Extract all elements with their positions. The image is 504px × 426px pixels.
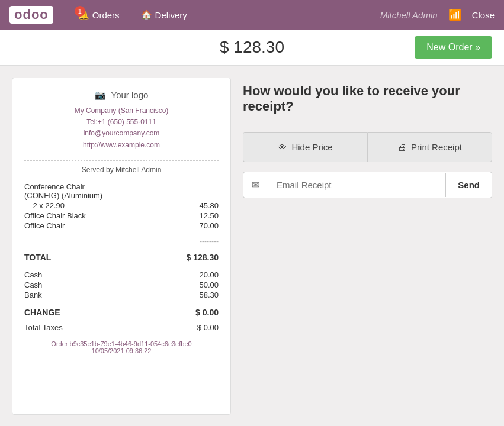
orders-label: Orders: [92, 10, 120, 20]
payment-amount-1: 20.00: [199, 270, 219, 279]
hide-price-label: Hide Price: [291, 142, 332, 152]
company-tel: Tel:+1 (650) 555-0111: [24, 117, 219, 128]
send-button[interactable]: Send: [445, 173, 492, 197]
total-label: TOTAL: [24, 253, 51, 262]
receipt-company-info: My Company (San Francisco) Tel:+1 (650) …: [24, 105, 219, 151]
receipt-logo-label: Your logo: [111, 90, 149, 100]
receipt-items: Conference Chair(CONFIG) (Aluminium) 2 x…: [24, 182, 219, 230]
order-id: Order b9c35e1b-79e1-4b46-9d11-054c6e3efb…: [24, 340, 219, 347]
hide-price-button[interactable]: 👁 Hide Price: [243, 132, 367, 162]
item-name-2: Office Chair Black: [24, 211, 183, 220]
receipt-options: 👁 Hide Price 🖨 Print Receipt: [243, 132, 492, 162]
orders-nav-item[interactable]: 1 🔔 Orders: [78, 9, 120, 20]
item-qty-price-1: 45.80: [183, 201, 219, 210]
total-value: $ 128.30: [187, 253, 219, 262]
orders-badge: 1: [75, 6, 85, 17]
amount-bar: $ 128.30 New Order »: [0, 30, 504, 66]
payment-row-3: Bank 58.30: [24, 291, 219, 299]
company-website: http://www.example.com: [24, 140, 219, 151]
print-icon: 🖨: [397, 142, 406, 152]
receipt-item-2: Office Chair Black 12.50: [24, 211, 219, 220]
email-icon: ✉: [243, 172, 268, 198]
print-receipt-button[interactable]: 🖨 Print Receipt: [367, 132, 492, 162]
payment-amount-3: 58.30: [199, 291, 219, 299]
receipt-item-3: Office Chair 70.00: [24, 221, 219, 230]
item-qty-1: 2 x 22.90: [24, 201, 183, 210]
total-amount: $ 128.30: [220, 38, 284, 57]
receipt-payments: Cash 20.00 Cash 50.00 Bank 58.30: [24, 270, 219, 299]
receipt-change-row: CHANGE $ 0.00: [24, 308, 219, 317]
receipt-item-1-qty: 2 x 22.90 45.80: [24, 201, 219, 210]
company-name: My Company (San Francisco): [24, 105, 219, 117]
delivery-nav-item[interactable]: 🏠 Delivery: [141, 9, 187, 20]
right-panel: How would you like to receive your recei…: [243, 78, 492, 415]
payment-method-1: Cash: [24, 270, 42, 279]
main-content: 📷 Your logo My Company (San Francisco) T…: [0, 66, 504, 426]
order-date: 10/05/2021 09:36:22: [24, 347, 219, 354]
taxes-label: Total Taxes: [24, 323, 63, 332]
new-order-button[interactable]: New Order »: [415, 36, 492, 59]
delivery-label: Delivery: [155, 10, 187, 20]
receipt-item-1: Conference Chair(CONFIG) (Aluminium): [24, 182, 219, 200]
receipt-footer: Order b9c35e1b-79e1-4b46-9d11-054c6e3efb…: [24, 340, 219, 354]
receipt-separator: --------: [24, 237, 219, 246]
item-name-1: Conference Chair(CONFIG) (Aluminium): [24, 182, 183, 200]
email-row: ✉ Send: [243, 172, 492, 198]
receipt-panel: 📷 Your logo My Company (San Francisco) T…: [12, 78, 231, 415]
item-name-3: Office Chair: [24, 221, 183, 230]
print-receipt-label: Print Receipt: [411, 142, 462, 152]
item-price-1: [183, 182, 219, 200]
payment-method-3: Bank: [24, 291, 42, 299]
taxes-value: $ 0.00: [197, 323, 219, 332]
payment-row-2: Cash 50.00: [24, 280, 219, 289]
item-price-2: 12.50: [183, 211, 219, 220]
user-name: Mitchell Admin: [380, 10, 438, 20]
odoo-logo: odoo: [9, 6, 53, 24]
eye-slash-icon: 👁: [278, 142, 287, 152]
receipt-total-row: TOTAL $ 128.30: [24, 250, 219, 262]
company-email: info@yourcompany.com: [24, 128, 219, 139]
receipt-divider-1: [24, 160, 219, 161]
top-nav: odoo 1 🔔 Orders 🏠 Delivery Mitchell Admi…: [0, 0, 504, 30]
payment-row-1: Cash 20.00: [24, 270, 219, 279]
close-button[interactable]: Close: [472, 10, 495, 20]
item-price-3: 70.00: [183, 221, 219, 230]
email-input[interactable]: [268, 173, 445, 197]
receipt-logo: 📷 Your logo: [24, 90, 219, 101]
home-icon: 🏠: [141, 9, 152, 20]
wifi-icon: 📶: [448, 8, 461, 21]
receipt-question: How would you like to receive your recei…: [243, 83, 492, 114]
change-value: $ 0.00: [195, 308, 219, 317]
receipt-taxes: Total Taxes $ 0.00: [24, 323, 219, 332]
payment-method-2: Cash: [24, 280, 42, 289]
camera-icon: 📷: [95, 90, 106, 100]
logo-text: odoo: [9, 6, 53, 24]
receipt-header: 📷 Your logo My Company (San Francisco) T…: [24, 90, 219, 151]
change-label: CHANGE: [24, 308, 60, 317]
payment-amount-2: 50.00: [199, 280, 219, 289]
served-by: Served by Mitchell Admin: [24, 166, 219, 174]
